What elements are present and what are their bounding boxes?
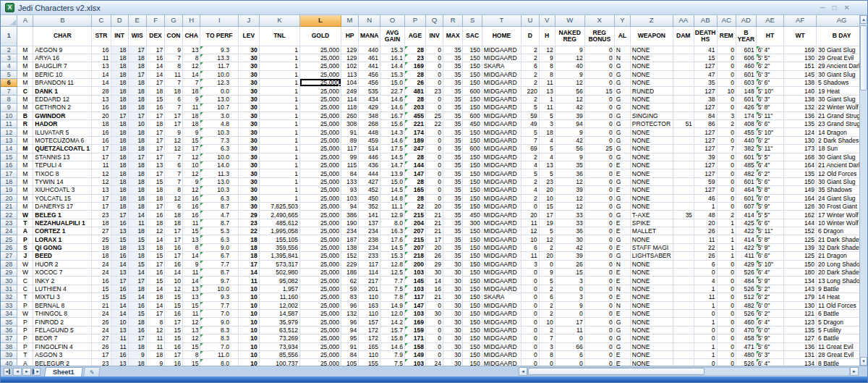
cell-R32[interactable]: 30: [443, 293, 463, 301]
cell-Z28[interactable]: NONE: [630, 260, 673, 268]
cell-M24[interactable]: 234: [341, 227, 358, 235]
cell-P12[interactable]: 174: [404, 128, 425, 136]
cell-V24[interactable]: 5: [539, 227, 555, 235]
cell-E9[interactable]: 18: [128, 104, 146, 111]
cell-H27[interactable]: 14: [182, 252, 200, 260]
column-header-P[interactable]: P: [404, 15, 425, 26]
cell-F1[interactable]: DEX: [146, 26, 164, 46]
cell-AD15[interactable]: 601: [736, 153, 756, 161]
cell-AE31[interactable]: 5' 2": [756, 285, 783, 292]
cell-D16[interactable]: 18: [111, 161, 128, 169]
cell-K21[interactable]: 7,825,503: [259, 202, 299, 210]
cell-J23[interactable]: 23: [238, 219, 259, 227]
cell-G9[interactable]: 7: [165, 104, 183, 111]
cell-M11[interactable]: 308: [341, 120, 358, 128]
cell-L37[interactable]: 25,000: [300, 334, 341, 342]
cell-V27[interactable]: 20: [539, 252, 555, 260]
cell-D6[interactable]: 18: [111, 79, 128, 87]
cell-N21[interactable]: 352: [359, 202, 380, 210]
cell-U7[interactable]: 220: [522, 87, 539, 95]
cell-AE37[interactable]: 5' 9": [756, 334, 783, 342]
cell-I26[interactable]: 9.0: [200, 243, 238, 251]
cell-AF7[interactable]: 140: [784, 87, 817, 95]
cell-H35[interactable]: 12: [182, 318, 200, 326]
cell-AE29[interactable]: 6' 4": [756, 269, 783, 277]
cell-U20[interactable]: 2: [522, 194, 539, 202]
cell-M7[interactable]: 249: [341, 87, 358, 95]
cell-I18[interactable]: 13.0: [200, 177, 238, 185]
cell-A23[interactable]: T: [17, 219, 33, 227]
cell-C29[interactable]: 24: [92, 269, 111, 277]
cell-A28[interactable]: W: [17, 260, 33, 268]
cell-L15[interactable]: 25,000: [300, 153, 341, 161]
cell-B6[interactable]: BRANDON 11: [33, 79, 92, 87]
cell-O20[interactable]: 14.8: [380, 194, 405, 202]
cell-H2[interactable]: 13: [182, 46, 200, 54]
cell-AE7[interactable]: 5' 10": [756, 87, 783, 95]
cell-E29[interactable]: 14: [128, 269, 146, 277]
cell-E5[interactable]: 17: [128, 70, 146, 78]
cell-W17[interactable]: 36: [555, 169, 584, 177]
cell-Z37[interactable]: NONE: [630, 334, 673, 342]
cell-AE26[interactable]: 5' 9": [756, 243, 783, 251]
cell-H23[interactable]: 11: [182, 219, 200, 227]
cell-I35[interactable]: 9.0: [200, 318, 238, 326]
column-header-L[interactable]: L: [300, 15, 341, 26]
cell-AE30[interactable]: 5' 9": [756, 277, 783, 285]
cell-I28[interactable]: 7.7: [200, 260, 238, 268]
cell-F8[interactable]: 15: [146, 95, 164, 103]
cell-Z24[interactable]: MALLET: [630, 227, 673, 235]
row-header-26[interactable]: 26: [1, 243, 17, 251]
cell-I2[interactable]: 9.3: [200, 46, 238, 54]
cell-G2[interactable]: 9: [165, 46, 183, 54]
cell-Q12[interactable]: 0: [425, 128, 443, 136]
cell-AB37[interactable]: 0: [694, 334, 717, 342]
cell-S28[interactable]: 150: [463, 260, 482, 268]
cell-R10[interactable]: 35: [443, 111, 463, 119]
cell-C14[interactable]: 17: [92, 145, 111, 153]
cell-AA13[interactable]: [673, 136, 694, 144]
cell-B2[interactable]: AEGON 9: [33, 46, 92, 54]
cell-L16[interactable]: 25,000: [300, 161, 341, 169]
cell-D5[interactable]: 18: [111, 70, 128, 78]
cell-P36[interactable]: 159: [404, 326, 425, 334]
column-header-T[interactable]: T: [482, 15, 522, 26]
cell-C17[interactable]: 12: [92, 169, 111, 177]
cell-AE27[interactable]: 6' 6": [756, 252, 783, 260]
cell-I24[interactable]: 5.3: [200, 227, 238, 235]
cell-AF27[interactable]: 125: [784, 252, 817, 260]
cell-S29[interactable]: 150: [463, 269, 482, 277]
cell-AE16[interactable]: 6' 4": [756, 161, 783, 169]
cell-AC19[interactable]: 0: [717, 186, 736, 194]
cell-X27[interactable]: 0: [584, 252, 614, 260]
cell-V7[interactable]: 13: [539, 87, 555, 95]
cell-N35[interactable]: 157: [359, 318, 380, 326]
cell-T24[interactable]: MIDGAARD: [482, 227, 522, 235]
cell-AE24[interactable]: 5' 11": [756, 227, 783, 235]
cell-B17[interactable]: TIXOC 8: [33, 169, 92, 177]
cell-AF32[interactable]: 179: [784, 293, 817, 301]
cell-B10[interactable]: GWINDOR: [33, 111, 92, 119]
cell-AA1[interactable]: DAM: [673, 26, 694, 46]
cell-P34[interactable]: 103: [404, 310, 425, 318]
cell-G14[interactable]: 12: [165, 145, 183, 153]
cell-A16[interactable]: M: [17, 161, 33, 169]
cell-T4[interactable]: SKARA: [482, 62, 522, 70]
cell-N36[interactable]: 172: [359, 326, 380, 334]
cell-J26[interactable]: 18: [238, 243, 259, 251]
cell-J16[interactable]: 30: [238, 161, 259, 169]
cell-AF25[interactable]: 125: [784, 235, 817, 243]
cell-AC26[interactable]: 1: [717, 243, 736, 251]
cell-O15[interactable]: 14.5: [380, 153, 405, 161]
cell-K33[interactable]: 12,002: [259, 301, 299, 309]
cell-Q9[interactable]: 0: [425, 104, 443, 111]
cell-W37[interactable]: 0: [555, 334, 584, 342]
cell-Z39[interactable]: NONE: [630, 350, 673, 358]
cell-D9[interactable]: 18: [111, 104, 128, 111]
cell-AE34[interactable]: 6' 2": [756, 310, 783, 318]
cell-Q32[interactable]: 21: [425, 293, 443, 301]
cell-T26[interactable]: MIDGAARD: [482, 243, 522, 251]
cell-A15[interactable]: M: [17, 153, 33, 161]
cell-G28[interactable]: 16: [165, 260, 183, 268]
cell-F17[interactable]: 17: [146, 169, 164, 177]
